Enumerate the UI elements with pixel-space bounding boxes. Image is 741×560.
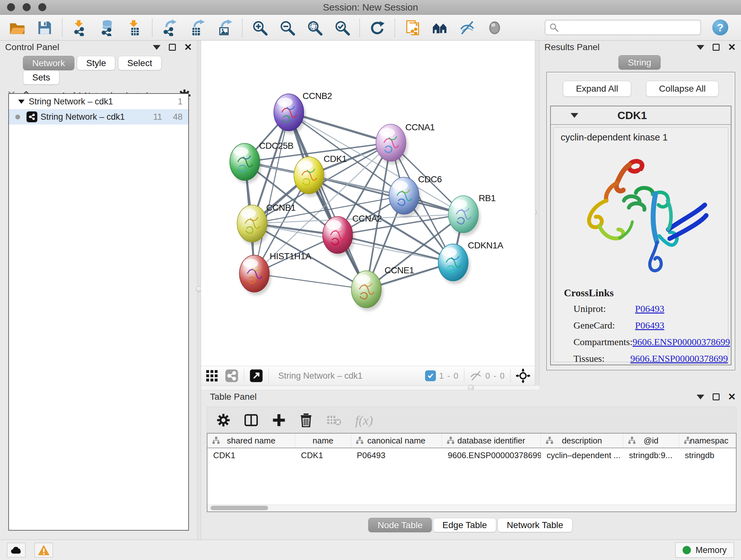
- table-cell[interactable]: CDK1: [207, 450, 295, 460]
- expand-all-button[interactable]: Expand All: [563, 81, 631, 97]
- network-node[interactable]: [376, 124, 408, 165]
- export-network-icon[interactable]: [161, 19, 178, 36]
- zoom-out-icon[interactable]: [279, 19, 295, 36]
- create-column-plus-icon[interactable]: [272, 414, 286, 427]
- zoom-window-button[interactable]: [38, 3, 46, 11]
- close-results-icon[interactable]: ✕: [728, 43, 736, 52]
- export-image-icon[interactable]: [216, 19, 233, 36]
- export-table-icon[interactable]: [189, 19, 205, 36]
- collapse-results-icon[interactable]: [697, 45, 704, 50]
- column-header[interactable]: namespac: [679, 434, 737, 448]
- open-session-folder-icon[interactable]: [9, 19, 25, 36]
- tab-node-table[interactable]: Node Table: [368, 518, 432, 532]
- crosslink-link[interactable]: 9606.ENSP00000378699: [630, 353, 728, 364]
- network-node[interactable]: [438, 244, 470, 284]
- float-results-icon[interactable]: [713, 44, 720, 51]
- network-node-label: CDKN1A: [468, 240, 503, 250]
- table-cell[interactable]: cyclin–dependent ...: [541, 450, 623, 460]
- minimize-window-button[interactable]: [23, 3, 30, 11]
- table-row[interactable]: CDK1CDK1P064939606.ENSP00000378699cyclin…: [207, 448, 736, 462]
- table-cell[interactable]: CDK1: [295, 450, 351, 460]
- close-table-panel-icon[interactable]: ✕: [728, 392, 736, 401]
- scrollbar-thumb[interactable]: [211, 506, 268, 510]
- grid-view-icon[interactable]: [205, 369, 218, 382]
- table-toolbar: f(x): [207, 407, 737, 434]
- show-columns-icon[interactable]: [244, 413, 258, 427]
- fit-selected-crosshair-icon[interactable]: [516, 368, 530, 383]
- import-network-database-icon[interactable]: [99, 19, 116, 36]
- table-options-gear-icon[interactable]: [217, 414, 230, 427]
- window-controls[interactable]: [7, 3, 46, 11]
- crosslink-link[interactable]: P06493: [635, 303, 664, 314]
- warnings-button[interactable]: [35, 543, 53, 557]
- tab-select[interactable]: Select: [118, 56, 161, 70]
- network-node[interactable]: [239, 255, 271, 295]
- close-window-button[interactable]: [7, 3, 15, 11]
- table-cell[interactable]: 9606.ENSP00000378699: [442, 450, 541, 460]
- network-node[interactable]: [351, 271, 383, 311]
- column-header[interactable]: name: [295, 434, 351, 448]
- collapse-table-panel-icon[interactable]: [697, 395, 704, 399]
- string-import-icon[interactable]: [404, 19, 421, 36]
- table-cell[interactable]: stringdb: [679, 450, 737, 460]
- help-icon[interactable]: ?: [712, 19, 728, 36]
- tab-network-table[interactable]: Network Table: [497, 518, 572, 532]
- refresh-layout-icon[interactable]: [369, 19, 386, 36]
- collapse-all-button[interactable]: Collapse All: [646, 81, 719, 97]
- birds-eye-view-icon[interactable]: [249, 369, 263, 383]
- network-canvas[interactable]: CCNB2CCNA1CDC25BCDK1CDC6RB1CCNB1CCNA2HIS…: [201, 41, 535, 366]
- column-header[interactable]: description: [541, 434, 623, 448]
- selected-counts: 1 - 0: [439, 371, 459, 381]
- table-cell[interactable]: stringdb:9...: [623, 450, 679, 460]
- column-header[interactable]: canonical name: [351, 434, 442, 448]
- network-node[interactable]: [448, 196, 480, 236]
- table-cell[interactable]: P06493: [351, 450, 442, 460]
- tab-string-results[interactable]: String: [618, 55, 660, 70]
- close-panel-icon[interactable]: ✕: [184, 43, 192, 52]
- tab-style[interactable]: Style: [77, 56, 115, 70]
- network-node[interactable]: [389, 177, 421, 217]
- network-node[interactable]: [323, 216, 354, 257]
- network-style-icon[interactable]: [225, 369, 239, 383]
- network-node[interactable]: [274, 94, 306, 134]
- zoom-selected-icon[interactable]: [334, 19, 350, 36]
- hide-selected-icon[interactable]: [459, 19, 475, 36]
- zoom-in-icon[interactable]: [252, 19, 268, 36]
- tab-edge-table[interactable]: Edge Table: [433, 518, 496, 532]
- show-all-icon[interactable]: [486, 19, 503, 36]
- import-table-icon[interactable]: [126, 19, 143, 36]
- gene-expander-icon[interactable]: [570, 113, 578, 118]
- column-header[interactable]: @id: [623, 434, 679, 448]
- search-box[interactable]: [545, 20, 701, 35]
- network-collection-row[interactable]: String Network – cdk1 1: [9, 94, 188, 109]
- column-type-icon: [212, 436, 220, 445]
- gene-section-header[interactable]: CDK1: [551, 106, 731, 125]
- network-node[interactable]: [294, 157, 326, 197]
- search-input[interactable]: [559, 23, 693, 33]
- network-view-title: String Network – cdk1: [278, 371, 362, 381]
- network-edge[interactable]: [289, 112, 366, 289]
- memory-button[interactable]: Memory: [675, 543, 734, 558]
- tab-network[interactable]: Network: [23, 56, 74, 70]
- delete-column-trash-icon[interactable]: [300, 413, 313, 427]
- group-nodes-icon[interactable]: [431, 19, 448, 36]
- import-network-file-icon[interactable]: [71, 19, 88, 36]
- network-row[interactable]: String Network – cdk1 11 48: [9, 109, 188, 125]
- selected-indicator-checkbox[interactable]: [425, 370, 436, 381]
- tab-sets[interactable]: Sets: [23, 70, 59, 84]
- zoom-fit-icon[interactable]: [307, 19, 323, 36]
- column-header[interactable]: database identifier: [442, 434, 541, 448]
- collection-expander-icon[interactable]: [17, 98, 25, 105]
- column-header[interactable]: shared name: [207, 434, 295, 448]
- save-session-icon[interactable]: [37, 19, 53, 36]
- float-panel-icon[interactable]: [169, 44, 176, 51]
- crosslink-link[interactable]: 9606.ENSP00000378699: [632, 336, 730, 348]
- network-node-label: CDK1: [324, 154, 347, 164]
- collapse-panel-icon[interactable]: [153, 45, 160, 50]
- crosslink-link[interactable]: P06493: [635, 320, 664, 331]
- memory-status-dot: [683, 546, 691, 554]
- network-node[interactable]: [237, 205, 269, 245]
- cloud-button[interactable]: [7, 543, 25, 557]
- float-table-panel-icon[interactable]: [713, 393, 720, 400]
- table-h-scrollbar[interactable]: [207, 504, 736, 511]
